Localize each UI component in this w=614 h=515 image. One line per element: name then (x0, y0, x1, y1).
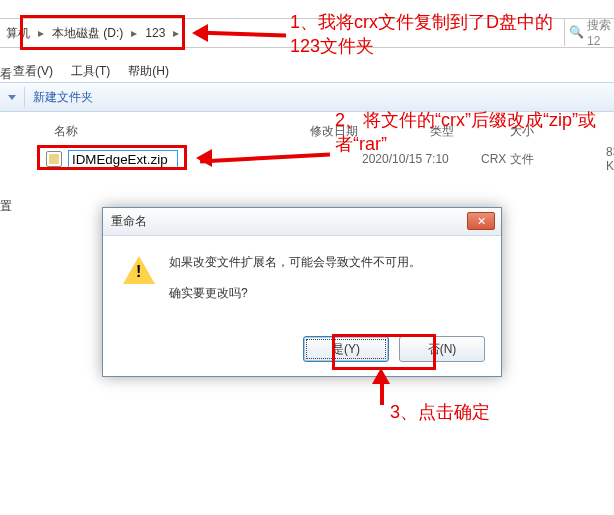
file-type: CRX 文件 (481, 151, 534, 168)
file-row[interactable]: 2020/10/15 7:10 CRX 文件 83 KB (46, 148, 614, 170)
search-input[interactable]: 🔍 搜索 12 (564, 18, 614, 46)
dialog-text: 如果改变文件扩展名，可能会导致文件不可用。 确实要更改吗? (169, 254, 421, 316)
rename-input[interactable] (68, 150, 178, 168)
column-name[interactable]: 名称 (40, 123, 310, 140)
menu-view[interactable]: 查看(V) (5, 61, 61, 82)
search-placeholder: 搜索 12 (587, 18, 614, 46)
warning-icon: ! (123, 254, 155, 286)
separator (24, 87, 25, 107)
new-folder-button[interactable]: 新建文件夹 (33, 89, 93, 106)
file-icon (46, 151, 62, 167)
menu-bar: 查看(V) 工具(T) 帮助(H) (0, 60, 614, 82)
dialog-line1: 如果改变文件扩展名，可能会导致文件不可用。 (169, 254, 421, 271)
column-size[interactable]: 大小 (510, 123, 570, 140)
left-item-2[interactable]: 置 (0, 198, 12, 215)
menu-tools[interactable]: 工具(T) (63, 61, 118, 82)
close-button[interactable]: ✕ (467, 212, 495, 230)
column-date[interactable]: 修改日期 (310, 123, 430, 140)
chevron-right-icon: ▸ (129, 26, 139, 40)
menu-help[interactable]: 帮助(H) (120, 61, 177, 82)
chevron-right-icon: ▸ (36, 26, 46, 40)
column-type[interactable]: 类型 (430, 123, 510, 140)
dialog-title: 重命名 (103, 208, 501, 236)
annotation-3: 3、点击确定 (390, 400, 490, 424)
left-pane-fragment: 看 置 (0, 48, 12, 208)
breadcrumb-folder[interactable]: 123 (139, 19, 171, 47)
breadcrumb[interactable]: 算机 ▸ 本地磁盘 (D:) ▸ 123 ▸ (0, 19, 181, 47)
file-date: 2020/10/15 7:10 (362, 152, 449, 166)
breadcrumb-drive[interactable]: 本地磁盘 (D:) (46, 19, 129, 47)
yes-button[interactable]: 是(Y) (303, 336, 389, 362)
left-item-1[interactable]: 看 (0, 66, 12, 83)
column-headers: 名称 修改日期 类型 大小 (40, 120, 614, 142)
file-size: 83 KB (606, 145, 614, 173)
dialog-line2: 确实要更改吗? (169, 285, 421, 302)
no-button[interactable]: 否(N) (399, 336, 485, 362)
toolbar: 新建文件夹 (0, 82, 614, 112)
breadcrumb-root[interactable]: 算机 (0, 19, 36, 47)
chevron-right-icon: ▸ (171, 26, 181, 40)
rename-dialog: 重命名 ✕ ! 如果改变文件扩展名，可能会导致文件不可用。 确实要更改吗? 是(… (102, 207, 502, 377)
address-bar[interactable]: 算机 ▸ 本地磁盘 (D:) ▸ 123 ▸ (0, 18, 614, 48)
search-icon: 🔍 (569, 25, 584, 39)
